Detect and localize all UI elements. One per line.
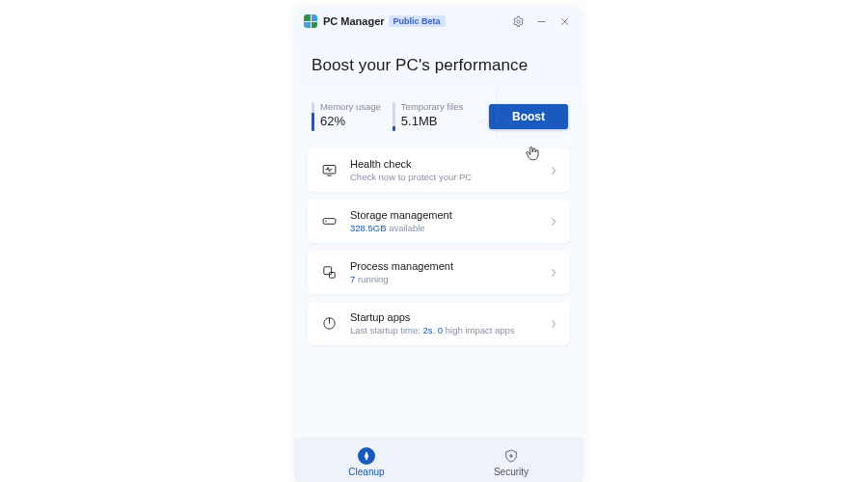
pc-manager-window: PC Manager Public Beta Boost y [294,6,583,482]
tab-security[interactable]: Security [439,438,583,482]
memory-value: 62% [320,114,381,128]
minimize-button[interactable] [529,10,553,33]
storage-subtitle: 328.5GB available [350,223,535,233]
startup-sub-prefix: Last startup time: [350,325,423,335]
svg-point-0 [516,19,519,22]
temp-files-label: Temporary files [401,102,463,112]
storage-management-card[interactable]: Storage management 328.5GB available [308,200,570,243]
memory-usage-stat: Memory usage 62% [312,102,381,131]
titlebar: PC Manager Public Beta [294,6,583,37]
windmill-decoration [468,83,526,145]
process-management-card[interactable]: Process management 7 running [308,251,570,294]
chevron-right-icon [547,317,560,331]
health-check-subtitle: Check now to protect your PC [350,172,535,182]
header: Boost your PC's performance [294,37,583,85]
storage-icon [319,212,339,231]
chevron-right-icon [547,215,560,228]
chevron-right-icon [547,266,560,280]
process-subtitle: 7 running [350,274,535,284]
startup-sub-suffix: high impact apps [443,325,514,335]
gear-icon [512,15,525,28]
storage-title: Storage management [350,209,535,221]
process-title: Process management [350,260,535,272]
tab-cleanup[interactable]: Cleanup [294,438,439,482]
temp-files-value: 5.1MB [401,114,463,128]
svg-rect-10 [323,219,336,225]
process-icon [319,263,339,282]
memory-label: Memory usage [320,102,381,112]
temp-files-stat: Temporary files 5.1MB [393,102,463,131]
bottom-nav: Cleanup Security [294,438,583,482]
svg-rect-13 [329,273,335,279]
stats-row: Memory usage 62% Temporary files 5.1MB B… [294,85,583,145]
health-check-title: Health check [350,158,535,170]
svg-line-7 [497,112,516,125]
process-running-suffix: running [355,274,388,284]
health-check-card[interactable]: Health check Check now to protect your P… [308,148,570,192]
app-title: PC Manager [323,15,385,27]
settings-button[interactable] [506,10,529,33]
storage-available-suffix: available [387,223,425,233]
startup-time-value: 2s. [423,325,436,335]
close-icon [558,15,571,28]
startup-title: Startup apps [350,311,535,323]
startup-apps-card[interactable]: Startup apps Last startup time: 2s. 0 hi… [308,302,570,345]
tab-security-label: Security [494,467,529,477]
minimize-icon [535,15,548,28]
shield-icon [502,447,520,465]
storage-available-value: 328.5GB [350,223,387,233]
close-button[interactable] [553,10,576,33]
page-title: Boost your PC's performance [312,56,568,75]
beta-badge: Public Beta [389,15,446,27]
chevron-right-icon [547,164,560,177]
cleanup-icon [358,447,375,465]
health-monitor-icon [319,161,339,180]
svg-rect-12 [323,267,331,275]
feature-cards: Health check Check now to protect your P… [294,145,583,345]
power-icon [319,314,339,334]
svg-line-6 [477,112,497,125]
startup-subtitle: Last startup time: 2s. 0 high impact app… [350,325,535,335]
app-logo-icon [304,14,317,28]
tab-cleanup-label: Cleanup [348,467,384,477]
svg-point-11 [325,221,326,222]
